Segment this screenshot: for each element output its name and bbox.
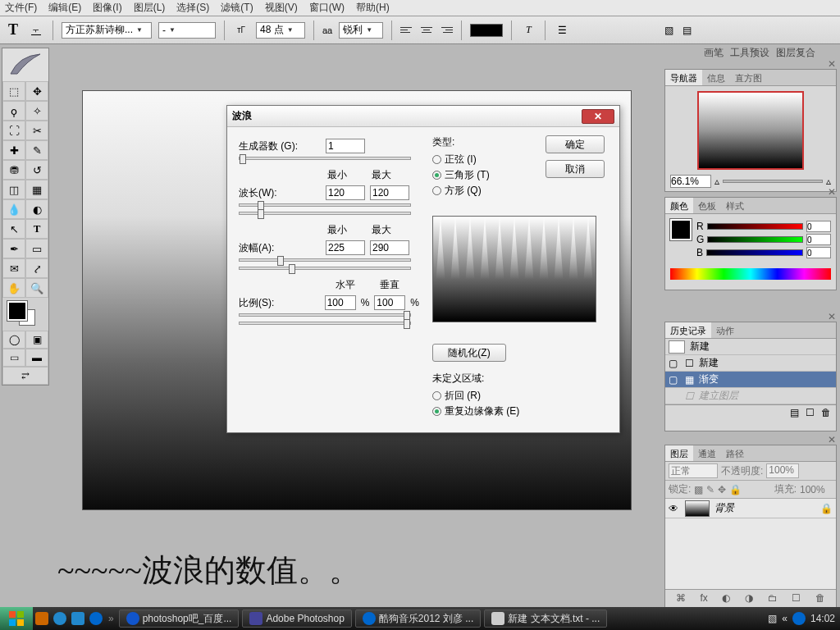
menu-view[interactable]: 视图(V)	[265, 1, 298, 15]
panel-close-icon[interactable]: ✕	[828, 434, 836, 445]
history-brush-icon[interactable]: ↺	[25, 160, 48, 180]
stamp-tool-icon[interactable]: ⛃	[2, 160, 25, 180]
tab-channels[interactable]: 通道	[693, 445, 721, 461]
generators-slider[interactable]	[239, 157, 411, 160]
paragraph-panel-icon[interactable]: ☰	[554, 22, 570, 39]
color-fg-swatch[interactable]	[670, 219, 692, 240]
screen-mode-2-icon[interactable]: ▬	[25, 349, 48, 367]
text-orientation-icon[interactable]: ⫟	[28, 22, 44, 39]
pen-tool-icon[interactable]: ✒	[2, 239, 25, 258]
start-button[interactable]	[0, 607, 33, 630]
menu-help[interactable]: 帮助(H)	[356, 1, 390, 15]
color-picker[interactable]	[2, 298, 48, 331]
slice-tool-icon[interactable]: ✂	[25, 121, 48, 140]
trash-icon[interactable]: 🗑	[815, 592, 825, 604]
tray-arrow-icon[interactable]: «	[782, 613, 788, 624]
tab-tool-presets[interactable]: 工具预设	[727, 44, 773, 61]
tray-icon[interactable]: ▧	[768, 613, 777, 624]
panel-close-icon[interactable]: ✕	[828, 186, 836, 198]
taskbar-button[interactable]: photoshop吧_百度...	[119, 609, 240, 628]
scale-v-input[interactable]	[374, 295, 405, 310]
ok-button[interactable]: 确定	[546, 135, 605, 153]
eraser-tool-icon[interactable]: ◫	[2, 180, 25, 199]
b-input[interactable]	[806, 247, 831, 258]
blend-mode-combo[interactable]: 正常	[669, 463, 718, 478]
wavelength-slider-min[interactable]	[239, 203, 411, 207]
scale-slider-v[interactable]	[239, 322, 411, 325]
warp-text-icon[interactable]: T	[520, 22, 536, 39]
quickmask-icon[interactable]: ▣	[25, 331, 48, 349]
taskbar-button[interactable]: 酷狗音乐2012 刘彦 ...	[355, 609, 481, 628]
lock-all-icon[interactable]: 🔒	[729, 484, 742, 495]
menu-window[interactable]: 窗口(W)	[309, 1, 345, 15]
zoom-slider[interactable]	[723, 180, 823, 183]
fx-icon[interactable]: fx	[700, 592, 707, 604]
antialias-combo[interactable]: 锐利▼	[339, 22, 383, 39]
zoom-in-icon[interactable]: ▵	[826, 176, 831, 187]
radio-square[interactable]: 方形 (Q)	[432, 184, 523, 198]
layer-row-background[interactable]: 👁 背景 🔒	[665, 499, 836, 518]
amplitude-slider-max[interactable]	[239, 267, 411, 270]
heal-tool-icon[interactable]: ✚	[2, 140, 25, 160]
lock-trans-icon[interactable]: ▩	[694, 484, 703, 495]
trash-icon[interactable]: 🗑	[821, 407, 831, 418]
eye-icon[interactable]: 👁	[669, 503, 680, 514]
amplitude-slider-min[interactable]	[239, 258, 411, 262]
fg-color-swatch[interactable]	[7, 301, 27, 321]
crop-tool-icon[interactable]: ⛶	[2, 121, 25, 140]
quick-launch-icon[interactable]	[35, 612, 48, 625]
path-select-icon[interactable]: ↖	[2, 219, 25, 239]
close-icon[interactable]: ✕	[582, 109, 614, 124]
history-step-dim[interactable]: ☐建立图层	[665, 388, 836, 404]
link-icon[interactable]: ⌘	[676, 592, 686, 604]
brush-tool-icon[interactable]: ✎	[25, 140, 48, 160]
tab-histogram[interactable]: 直方图	[730, 70, 767, 85]
randomize-button[interactable]: 随机化(Z)	[432, 344, 506, 362]
bridge-icon[interactable]: ▧	[661, 23, 676, 38]
quick-launch-icon[interactable]	[89, 612, 103, 625]
font-style-combo[interactable]: -▼	[158, 22, 216, 39]
history-snapshot[interactable]: 新建	[665, 339, 836, 355]
radio-repeat-edge[interactable]: 重复边缘像素 (E)	[432, 404, 519, 418]
eyedropper-icon[interactable]: ⤤	[25, 258, 48, 278]
generators-input[interactable]	[326, 139, 365, 153]
wavelength-max-input[interactable]	[370, 185, 409, 200]
new-doc-from-state-icon[interactable]: ▤	[790, 407, 799, 418]
hue-strip[interactable]	[670, 268, 831, 280]
font-size-combo[interactable]: 48 点▼	[256, 22, 305, 39]
workspace-icon[interactable]: ▤	[679, 23, 694, 38]
opacity-input[interactable]: 100%	[766, 463, 799, 478]
lock-move-icon[interactable]: ✥	[718, 484, 726, 495]
tab-layer-comps[interactable]: 图层复合	[773, 44, 819, 61]
tab-actions[interactable]: 动作	[711, 322, 739, 338]
r-slider[interactable]	[707, 223, 803, 230]
screen-mode-1-icon[interactable]: ▭	[2, 349, 25, 367]
align-center-icon[interactable]	[420, 24, 433, 37]
menu-file[interactable]: 文件(F)	[5, 1, 37, 15]
quick-launch-icon[interactable]	[71, 612, 84, 625]
lasso-tool-icon[interactable]: ϙ	[2, 101, 25, 121]
tab-styles[interactable]: 样式	[721, 198, 749, 213]
tab-layers[interactable]: 图层	[665, 445, 693, 461]
text-color-swatch[interactable]	[470, 24, 503, 37]
cancel-button[interactable]: 取消	[546, 160, 605, 178]
imageready-icon[interactable]: ⥂	[2, 367, 48, 385]
zoom-tool-icon[interactable]: 🔍	[25, 278, 48, 298]
align-right-icon[interactable]	[440, 24, 453, 37]
taskbar-button[interactable]: 新建 文本文档.txt - ...	[484, 609, 607, 628]
tray-icon[interactable]	[792, 612, 806, 625]
move-tool-icon[interactable]: ✥	[25, 81, 48, 101]
tab-brushes[interactable]: 画笔	[701, 44, 727, 61]
tab-paths[interactable]: 路径	[721, 445, 749, 461]
zoom-input[interactable]	[670, 175, 711, 188]
wavelength-slider-max[interactable]	[239, 212, 411, 215]
adjust-icon[interactable]: ◑	[745, 592, 753, 604]
fill-input[interactable]: 100%	[800, 484, 833, 495]
scale-slider-h[interactable]	[239, 313, 411, 317]
menu-layer[interactable]: 图层(L)	[134, 1, 166, 15]
radio-wrap[interactable]: 折回 (R)	[432, 389, 519, 403]
tab-color[interactable]: 颜色	[665, 198, 693, 213]
history-step-current[interactable]: ▢▦渐变	[665, 372, 836, 388]
blur-tool-icon[interactable]: 💧	[2, 199, 25, 219]
quick-launch-icon[interactable]	[53, 612, 66, 625]
